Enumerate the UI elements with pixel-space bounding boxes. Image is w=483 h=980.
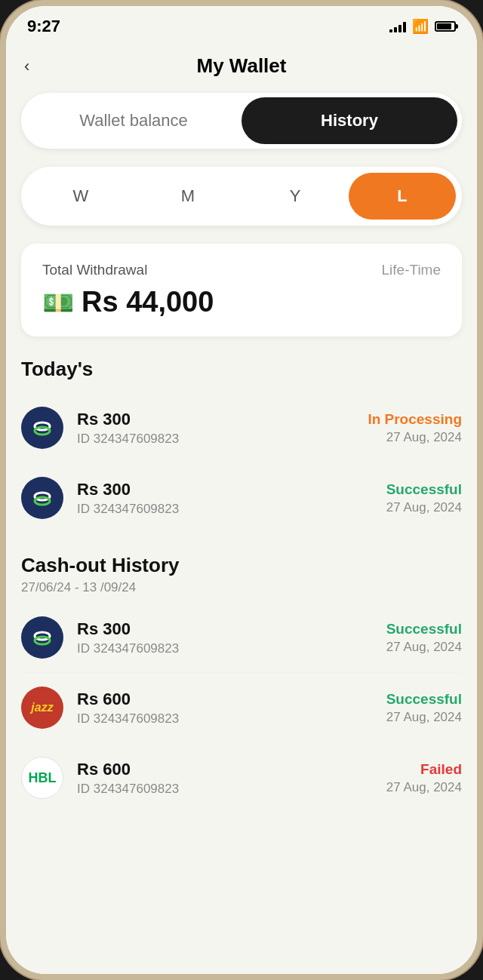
- cashout-date-range: 27/06/24 - 13 /09/24: [21, 580, 462, 595]
- transaction-amount: Rs 300: [77, 410, 368, 429]
- status-badge: Failed: [386, 761, 462, 778]
- summary-label: Total Withdrawal: [42, 262, 147, 278]
- transaction-id: ID 324347609823: [77, 502, 386, 517]
- status-icons: 📶: [389, 18, 456, 35]
- back-button[interactable]: ‹: [24, 57, 29, 76]
- transaction-date: 27 Aug, 2024: [386, 640, 462, 655]
- summary-amount: 💵 Rs 44,000: [42, 286, 441, 318]
- status-badge: Successful: [386, 621, 462, 637]
- cashout-section: Cash-out History 27/06/24 - 13 /09/24: [21, 554, 462, 813]
- phone-frame: 9:27 📶 ‹ My Wallet: [0, 0, 483, 980]
- tab-history[interactable]: History: [242, 97, 457, 144]
- period-btn-w[interactable]: W: [27, 173, 134, 220]
- transaction-amount: Rs 600: [77, 690, 386, 709]
- period-filter: W M Y L: [21, 167, 462, 226]
- battery-icon: [435, 21, 456, 32]
- transaction-id: ID 324347609823: [77, 782, 386, 797]
- transaction-amount: Rs 300: [77, 619, 386, 639]
- transaction-status: Failed 27 Aug, 2024: [386, 761, 462, 795]
- status-badge: Successful: [386, 691, 462, 708]
- summary-period: Life-Time: [382, 262, 441, 278]
- period-btn-m[interactable]: M: [134, 173, 242, 220]
- tab-wallet-balance[interactable]: Wallet balance: [26, 97, 242, 144]
- transaction-amount: Rs 300: [77, 480, 386, 499]
- cashout-transaction-list: Rs 300 ID 324347609823 Successful 27 Aug…: [21, 603, 462, 813]
- transaction-date: 27 Aug, 2024: [386, 500, 462, 515]
- cashout-section-title: Cash-out History: [21, 554, 462, 577]
- easypaisa-icon: [21, 616, 63, 659]
- signal-icon: [389, 20, 406, 32]
- wifi-icon: 📶: [412, 18, 429, 35]
- transaction-details: Rs 300 ID 324347609823: [77, 410, 368, 447]
- transaction-id: ID 324347609823: [77, 641, 386, 656]
- summary-card: Total Withdrawal Life-Time 💵 Rs 44,000: [21, 244, 462, 336]
- period-btn-l[interactable]: L: [349, 173, 456, 220]
- table-row: HBL Rs 600 ID 324347609823 Failed 27 Aug…: [21, 743, 462, 813]
- transaction-date: 27 Aug, 2024: [386, 710, 462, 725]
- money-icon: 💵: [42, 287, 74, 318]
- status-bar: 9:27 📶: [6, 6, 477, 42]
- transaction-date: 27 Aug, 2024: [386, 780, 462, 795]
- transaction-id: ID 324347609823: [77, 432, 368, 447]
- transaction-id: ID 324347609823: [77, 711, 386, 727]
- hbl-icon: HBL: [21, 757, 63, 799]
- tab-switcher: Wallet balance History: [21, 93, 462, 149]
- transaction-status: Successful 27 Aug, 2024: [386, 621, 462, 655]
- app-content: ‹ My Wallet Wallet balance History W M: [6, 42, 477, 974]
- transaction-details: Rs 600 ID 324347609823: [77, 690, 386, 727]
- transaction-status: Successful 27 Aug, 2024: [386, 691, 462, 725]
- todays-transaction-list: Rs 300 ID 324347609823 In Processing 27 …: [21, 393, 462, 533]
- transaction-details: Rs 300 ID 324347609823: [77, 619, 386, 656]
- easypaisa-icon: [21, 407, 63, 449]
- page-title: My Wallet: [197, 54, 287, 78]
- easypaisa-icon: [21, 477, 63, 519]
- table-row: jazz Rs 600 ID 324347609823 Successful 2…: [21, 673, 462, 743]
- transaction-date: 27 Aug, 2024: [368, 430, 462, 445]
- jazz-icon: jazz: [21, 687, 63, 729]
- phone-screen: 9:27 📶 ‹ My Wallet: [6, 6, 477, 974]
- table-row: Rs 300 ID 324347609823 In Processing 27 …: [21, 393, 462, 463]
- transaction-amount: Rs 600: [77, 760, 386, 779]
- transaction-status: In Processing 27 Aug, 2024: [368, 411, 462, 445]
- todays-section-title: Today's: [21, 358, 462, 381]
- summary-header: Total Withdrawal Life-Time: [42, 262, 441, 278]
- transaction-status: Successful 27 Aug, 2024: [386, 481, 462, 515]
- period-btn-y[interactable]: Y: [242, 173, 349, 220]
- status-badge: Successful: [386, 481, 462, 498]
- table-row: Rs 300 ID 324347609823 Successful 27 Aug…: [21, 463, 462, 533]
- transaction-details: Rs 600 ID 324347609823: [77, 760, 386, 797]
- status-badge: In Processing: [368, 411, 462, 428]
- table-row: Rs 300 ID 324347609823 Successful 27 Aug…: [21, 603, 462, 673]
- transaction-details: Rs 300 ID 324347609823: [77, 480, 386, 517]
- status-time: 9:27: [27, 17, 60, 36]
- header: ‹ My Wallet: [6, 42, 477, 93]
